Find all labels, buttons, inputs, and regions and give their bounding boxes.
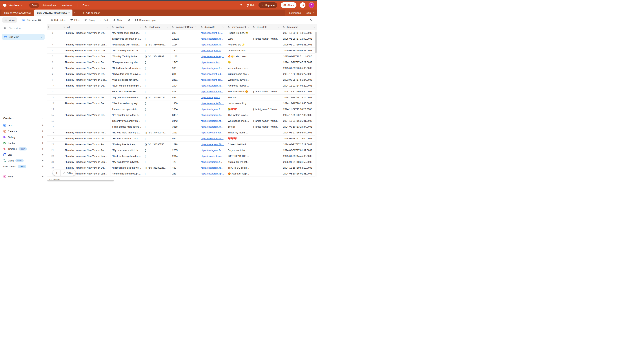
cell-childPosts[interactable]: []: [143, 106, 170, 112]
filter-button[interactable]: Filter: [70, 19, 80, 22]
cell-musicInfo[interactable]: [251, 60, 281, 65]
column-header-commentsCount[interactable]: commentsCount: [170, 24, 199, 30]
cell-childPosts[interactable]: [ { "id": "35404668…: [143, 42, 170, 48]
cell-caption[interactable]: “It’s hard for me to feel sa…: [110, 112, 143, 118]
table-tab-2-active[interactable]: data_Og5Zq6ZPNhWb5ydeZ: [34, 10, 73, 16]
cell-childPosts[interactable]: []: [143, 153, 170, 159]
cell-displayUrl[interactable]: https://instagram.fc…: [199, 165, 226, 171]
cell-musicInfo[interactable]: [251, 30, 281, 36]
create-kanban-view[interactable]: Kanban+: [2, 140, 45, 146]
cell-displayUrl[interactable]: https://scontent-lhr…: [199, 30, 226, 36]
cell-timestamp[interactable]: 2024-07-28T17:16:00.000Z: [281, 136, 317, 141]
cell-musicInfo[interactable]: [251, 159, 281, 165]
cell-alt[interactable]: 14: [47, 106, 110, 112]
views-button[interactable]: Views: [2, 18, 17, 22]
cell-commentsCount[interactable]: 381: [170, 71, 199, 77]
cell-alt[interactable]: 8Photo by Humans of New York on De…: [47, 71, 110, 77]
search-button[interactable]: [310, 18, 313, 22]
display-url-link[interactable]: https://instagram.fm…: [201, 96, 224, 99]
cell-firstComment[interactable]: 100 lol: [226, 124, 251, 130]
expand-tabs-button[interactable]: [73, 10, 78, 16]
cell-alt[interactable]: 13Photo by Humans of New York on De…: [47, 100, 110, 106]
cell-caption[interactable]: “I just want to be a single …: [110, 83, 143, 88]
cell-childPosts[interactable]: []: [143, 77, 170, 83]
cell-alt[interactable]: 7Photo by Humans of New York on Jan…: [47, 65, 110, 71]
cell-commentsCount[interactable]: 1011: [170, 130, 199, 136]
column-header-childPosts[interactable]: childPosts: [143, 24, 170, 30]
cell-firstComment[interactable]: 😢: [226, 60, 251, 65]
sort-button[interactable]: ↓↑ Sort: [100, 19, 108, 22]
cell-alt[interactable]: 4Photo by Humans of New York on Jan…: [47, 48, 110, 53]
cell-commentsCount[interactable]: 2235: [170, 147, 199, 153]
cell-musicInfo[interactable]: [251, 71, 281, 77]
cell-alt[interactable]: 1Photo by Humans of New York on De…: [47, 30, 110, 36]
row-number[interactable]: 12: [50, 94, 55, 100]
tab-forms[interactable]: Forms: [80, 2, 92, 8]
cell-firstComment[interactable]: we need more peo…: [226, 65, 251, 71]
row-number[interactable]: 7: [50, 65, 55, 71]
cell-alt[interactable]: 16: [47, 118, 110, 124]
cell-firstComment[interactable]: THAT is SO cool!!!…: [226, 165, 251, 171]
cell-timestamp[interactable]: 2024-12-09T20:17:30.000Z: [281, 112, 317, 118]
cell-timestamp[interactable]: 2025-01-11T16:51:11.000Z: [281, 54, 317, 59]
cell-caption[interactable]: “Timidity. Timidity is the …: [110, 54, 143, 59]
cell-firstComment[interactable]: 🔥👏 I also overca…: [226, 54, 251, 59]
grid-view-button[interactable]: Grid view: [22, 18, 44, 22]
add-view-button[interactable]: +: [42, 153, 44, 156]
cell-musicInfo[interactable]: [251, 77, 281, 83]
tab-automations[interactable]: Automations: [40, 2, 58, 8]
cell-timestamp[interactable]: 2024-06-10T16:01:35.000Z: [281, 171, 317, 176]
cell-displayUrl[interactable]: https://instagram.flh…: [199, 142, 226, 147]
row-number[interactable]: 16: [50, 118, 55, 124]
row-number[interactable]: 2: [50, 36, 55, 42]
cell-caption[interactable]: “He was a mentor. The le…: [110, 136, 143, 141]
cell-alt[interactable]: 10Photo by Humans of New York on De…: [47, 83, 110, 88]
cell-firstComment[interactable]: ❤️❤️❤️: [226, 136, 251, 141]
cell-commentsCount[interactable]: 1140: [170, 54, 199, 59]
cell-childPosts[interactable]: []: [143, 71, 170, 77]
cell-timestamp[interactable]: 2025-01-03T20:05:03.000Z: [281, 65, 317, 71]
cell-musicInfo[interactable]: [251, 130, 281, 136]
row-number[interactable]: 21: [50, 147, 55, 153]
cell-firstComment[interactable]: Are these real wor…: [226, 83, 251, 88]
cell-alt[interactable]: 20Photo by Humans of New York on Au…: [47, 142, 110, 147]
cell-displayUrl[interactable]: https://instagram.fsr…: [199, 147, 226, 153]
history-icon[interactable]: [239, 4, 242, 6]
cell-caption[interactable]: I kind of miss male attenti…: [110, 124, 143, 130]
cell-timestamp[interactable]: 2023-09-25T17:56:24.000Z: [281, 77, 317, 83]
row-height-button[interactable]: [128, 19, 130, 22]
create-timeline-view[interactable]: TimelineTeam+: [2, 146, 45, 152]
tab-interfaces[interactable]: Interfaces: [59, 2, 75, 8]
add-with-ai-button[interactable]: Add...: [61, 172, 76, 174]
create-form-view[interactable]: Form+: [2, 174, 45, 180]
cell-firstComment[interactable]: it’s real but it’s not…: [226, 159, 251, 165]
add-view-button[interactable]: +: [42, 164, 44, 168]
cell-alt[interactable]: 9Photo by Humans of New York on Sep…: [47, 77, 110, 83]
display-url-link[interactable]: https://instagram.fm…: [201, 160, 224, 163]
cell-displayUrl[interactable]: https://scontent-dfw…: [199, 100, 226, 106]
column-header-timestamp[interactable]: timestamp: [281, 24, 317, 30]
cell-childPosts[interactable]: []: [143, 89, 170, 94]
cell-caption[interactable]: “Back in the eighties dun…: [110, 153, 143, 159]
color-button[interactable]: Color: [113, 19, 123, 22]
cell-timestamp[interactable]: 2025-01-07T19:02:41.000Z: [281, 42, 317, 48]
cell-childPosts[interactable]: []: [143, 65, 170, 71]
cell-timestamp[interactable]: 2024-09-19T13:29:34.000Z: [281, 124, 317, 130]
row-number[interactable]: 9: [50, 77, 55, 83]
cell-firstComment[interactable]: Feel you bro ✨: [226, 42, 251, 48]
display-url-link[interactable]: https://scontent-lga…: [201, 131, 223, 134]
add-view-button[interactable]: +: [42, 124, 44, 127]
cell-musicInfo[interactable]: [251, 65, 281, 71]
tools-button[interactable]: Tools: [305, 12, 313, 14]
cell-caption[interactable]: “I have this urge to leave …: [110, 71, 143, 77]
upgrade-button[interactable]: Upgrade: [258, 2, 277, 8]
cell-musicInfo[interactable]: [251, 142, 281, 147]
cell-musicInfo[interactable]: [251, 171, 281, 176]
row-number[interactable]: 11: [50, 89, 55, 94]
display-url-link[interactable]: https://scontent-hou…: [201, 61, 224, 64]
display-url-link[interactable]: https://scontent-lga…: [201, 90, 223, 93]
column-header-displayUrl[interactable]: displayUrl: [199, 24, 226, 30]
cell-alt[interactable]: 15Photo by Humans of New York on De…: [47, 112, 110, 118]
cell-childPosts[interactable]: []: [143, 147, 170, 153]
row-number[interactable]: 19: [50, 136, 55, 141]
